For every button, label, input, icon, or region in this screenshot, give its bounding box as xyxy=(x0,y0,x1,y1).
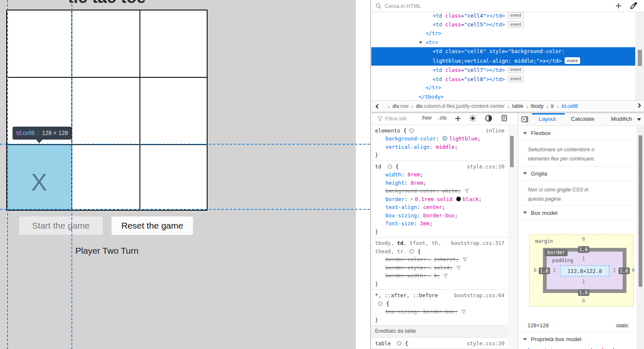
event-badge[interactable]: event xyxy=(508,21,524,28)
section-grid[interactable]: Griglia xyxy=(518,166,636,181)
light-theme-simulation-icon[interactable] xyxy=(469,115,477,122)
event-badge[interactable]: event xyxy=(565,57,581,64)
css-declaration[interactable]: font-size: 3em; xyxy=(371,219,508,228)
board-cell1[interactable] xyxy=(72,10,139,77)
css-declaration[interactable]: border-width: 0; xyxy=(371,272,508,280)
board-cell8[interactable] xyxy=(140,145,207,210)
markup-line[interactable]: <tr> xyxy=(371,38,635,48)
markup-line[interactable]: <td class="cell7"></td>event xyxy=(371,66,635,75)
css-declaration[interactable]: width: 8rem; xyxy=(371,171,508,179)
boxmodel-padding-left[interactable]: 1 xyxy=(548,267,560,273)
board-cell7[interactable] xyxy=(72,145,139,210)
rule-source-link[interactable]: bootstrap.css:64 xyxy=(454,291,505,300)
markup-line[interactable]: </tr> xyxy=(371,29,635,38)
section-flexbox[interactable]: Flexbox xyxy=(518,126,636,141)
filter-styles-input[interactable]: Filtra stili xyxy=(385,115,406,122)
reset-game-button[interactable]: Reset the game xyxy=(112,217,193,235)
css-declaration[interactable]: border-color: inherit; xyxy=(371,255,508,264)
toggle-classes-button[interactable]: .cls xyxy=(438,115,446,121)
rule-source-link[interactable]: bootstrap.css:317 xyxy=(451,239,505,247)
rule-selector[interactable]: td {style.css:10 xyxy=(371,163,508,171)
boxmodel-margin-top[interactable]: 0 xyxy=(577,236,590,242)
rules-scrollbar-track[interactable] xyxy=(508,125,517,349)
sidebar-tab-calcolate[interactable]: Calcolate xyxy=(571,116,594,122)
breadcrumb-item[interactable]: tbody xyxy=(531,103,544,109)
breadcrumb-item[interactable]: div.column.d-flex.justify-content-center xyxy=(416,103,505,109)
rules-scrollbar-thumb[interactable] xyxy=(510,136,514,167)
markup-search-input[interactable]: Cerca in HTML xyxy=(385,3,421,9)
expand-twisty-icon[interactable] xyxy=(419,41,422,44)
toggle-pseudo-classes-button[interactable]: :hov xyxy=(421,115,432,121)
expand-shorthand-icon[interactable] xyxy=(430,274,432,278)
markup-line[interactable]: <td class="cell4"></td>event xyxy=(371,11,635,20)
breadcrumb-item[interactable]: td.cell6 xyxy=(561,103,578,109)
add-node-icon[interactable] xyxy=(615,2,622,10)
rule-selector[interactable]: tbody, td, tfoot, th,bootstrap.css:317 xyxy=(371,239,508,247)
boxmodel-border-top[interactable]: 1.6 xyxy=(578,246,589,253)
breadcrumb-item[interactable]: tr xyxy=(551,103,554,109)
css-declaration[interactable]: border: 0.1rem solid black; xyxy=(371,195,508,204)
eyedropper-icon[interactable] xyxy=(630,2,638,10)
rule-selector[interactable]: thead, tr { xyxy=(371,247,508,256)
highlight-selector-icon[interactable] xyxy=(409,248,414,255)
sidebar-divider[interactable] xyxy=(518,112,519,349)
expand-shorthand-icon[interactable] xyxy=(430,266,432,270)
event-badge[interactable]: event xyxy=(508,66,524,73)
css-declaration[interactable]: background-color: white; xyxy=(371,187,508,195)
event-badge[interactable]: event xyxy=(508,76,524,82)
markup-line[interactable]: <td class="cell6" style="background-colo… xyxy=(371,47,635,56)
rule-selector[interactable]: elemento {inline xyxy=(371,127,508,135)
css-declaration[interactable]: background-color: lightblue; xyxy=(371,135,508,143)
markup-line[interactable]: <td class="cell5"></td>event xyxy=(371,20,635,29)
boxmodel-padding-top[interactable]: 1 xyxy=(577,256,590,262)
css-declaration[interactable]: box-sizing: border-box; xyxy=(371,308,508,316)
boxmodel-content-box[interactable]: 122.8×122.8 xyxy=(560,265,609,276)
collapse-sidebar-icon[interactable] xyxy=(521,116,528,123)
all-tabs-menu-icon[interactable] xyxy=(637,118,641,121)
rule-selector[interactable]: table {style.css:20 xyxy=(371,339,508,348)
breadcrumb-back-icon[interactable] xyxy=(375,104,380,109)
rule-source-link[interactable]: inline xyxy=(486,127,505,135)
rule-selector[interactable]: { xyxy=(371,300,508,308)
expand-shorthand-icon[interactable] xyxy=(430,258,432,261)
breadcrumb-forward-icon[interactable] xyxy=(636,103,642,108)
add-rule-icon[interactable] xyxy=(454,115,461,122)
print-simulation-icon[interactable] xyxy=(501,115,508,122)
expand-shorthand-icon[interactable] xyxy=(411,198,413,201)
boxmodel-padding-bottom[interactable]: 1 xyxy=(577,279,590,285)
boxmodel-border-bottom[interactable]: 1.6 xyxy=(578,289,589,296)
breadcrumb-item[interactable]: div.row xyxy=(393,103,409,109)
rule-source-link[interactable]: style.css:10 xyxy=(467,163,505,171)
rule-source-link[interactable]: style.css:20 xyxy=(467,339,505,348)
css-declaration[interactable]: text-align: center; xyxy=(371,203,508,211)
board-cell0[interactable] xyxy=(7,10,71,77)
sidebar-scrollbar-thumb[interactable] xyxy=(639,135,642,287)
event-badge[interactable]: event xyxy=(508,12,524,19)
boxmodel-margin-bottom[interactable]: 0 xyxy=(577,298,590,304)
highlight-selector-icon[interactable] xyxy=(387,163,393,170)
breadcrumb-item[interactable]: table xyxy=(512,103,523,109)
markup-line[interactable]: lightblue;vertical-align: middle;">x</td… xyxy=(371,56,635,66)
highlight-selector-icon[interactable] xyxy=(409,127,414,134)
highlight-selector-icon[interactable] xyxy=(378,301,383,307)
sidebar-scrollbar-track[interactable] xyxy=(636,125,644,349)
board-cell2[interactable] xyxy=(140,10,207,77)
start-game-button[interactable]: Start the game xyxy=(19,217,103,235)
section-boxmodel[interactable]: Box model xyxy=(518,206,636,220)
board-cell5[interactable] xyxy=(140,78,207,144)
markup-line[interactable]: </tr> xyxy=(371,84,635,93)
color-swatch[interactable] xyxy=(442,136,447,141)
sidebar-tab-layout[interactable]: Layout xyxy=(539,116,556,122)
rule-selector[interactable]: *, ::after, ::beforebootstrap.css:64 xyxy=(371,291,508,300)
css-declaration[interactable]: border-style: solid; xyxy=(371,264,508,272)
dark-theme-simulation-icon[interactable] xyxy=(485,115,492,122)
sidebar-tab-modifiche[interactable]: Modifiche xyxy=(611,116,632,122)
board-cell4[interactable] xyxy=(72,78,139,144)
css-declaration[interactable]: box-sizing: border-box; xyxy=(371,211,508,220)
markup-scrollbar-thumb[interactable] xyxy=(638,50,642,66)
color-swatch[interactable] xyxy=(456,196,461,201)
css-declaration[interactable]: height: 8rem; xyxy=(371,179,508,187)
markup-scrollbar-track[interactable] xyxy=(635,12,644,100)
css-declaration[interactable]: vertical-align: middle; xyxy=(371,143,508,151)
markup-line[interactable]: <td class="cell8"></td>event xyxy=(371,75,635,84)
